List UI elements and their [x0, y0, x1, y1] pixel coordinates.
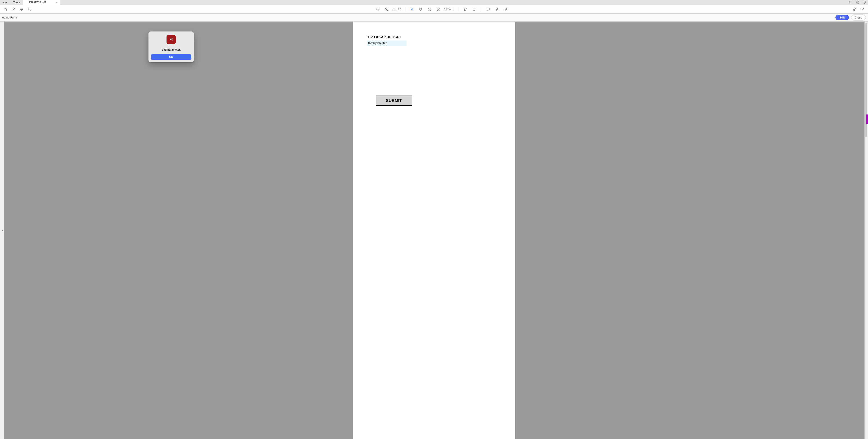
zoom-value: 100%: [444, 8, 451, 11]
expand-panel-icon[interactable]: ◂: [2, 229, 3, 232]
context-bar: epare Form Edit Close: [0, 13, 868, 22]
context-title: epare Form: [2, 16, 17, 19]
separator: [405, 7, 405, 12]
svg-point-6: [376, 8, 379, 11]
close-tab-icon[interactable]: ×: [56, 1, 58, 4]
svg-rect-0: [849, 1, 852, 3]
zoom-dropdown[interactable]: 100% ▼: [443, 8, 455, 11]
zoom-out-magnifier-icon[interactable]: [27, 7, 32, 12]
help-icon[interactable]: [856, 0, 860, 4]
svg-rect-3: [21, 8, 22, 9]
page-sep: /: [398, 8, 399, 11]
fit-page-icon[interactable]: [471, 7, 477, 12]
acrobat-app-icon: [166, 35, 176, 44]
submit-button[interactable]: SUBMIT: [376, 95, 412, 106]
sign-icon[interactable]: [503, 7, 508, 12]
bell-icon[interactable]: [863, 0, 867, 4]
svg-rect-11: [473, 8, 475, 10]
page-total: 1: [400, 8, 402, 11]
vertical-scrollbar[interactable]: [865, 22, 868, 439]
highlight-icon[interactable]: [495, 7, 500, 12]
edit-button[interactable]: Edit: [835, 15, 849, 20]
page-number-input[interactable]: [392, 7, 397, 11]
pdf-page: TESTIOGGSODIJGOI fhfghjghhjghjg SUBMIT: [353, 22, 515, 439]
chevron-down-icon: ▼: [452, 8, 454, 10]
email-icon[interactable]: [860, 7, 865, 12]
dialog-message: Bad parameter.: [162, 48, 181, 51]
toolbar-center: / 1 100% ▼: [374, 7, 510, 12]
select-arrow-icon[interactable]: [409, 7, 415, 12]
page-down-icon[interactable]: [384, 7, 389, 12]
tab-bar: me Tools DRAFT 4.pdf ×: [0, 0, 868, 5]
svg-rect-12: [487, 8, 490, 10]
svg-point-7: [385, 8, 388, 11]
star-icon[interactable]: [3, 7, 8, 12]
text-field[interactable]: fhfghjghhjghjg: [367, 40, 406, 46]
tab-document-label: DRAFT 4.pdf: [29, 1, 46, 4]
fit-width-icon[interactable]: [463, 7, 468, 12]
cloud-upload-icon[interactable]: [11, 7, 16, 12]
tab-document[interactable]: DRAFT 4.pdf ×: [23, 0, 60, 5]
close-button[interactable]: Close: [851, 14, 866, 21]
separator: [458, 7, 458, 12]
comment-icon[interactable]: [486, 7, 491, 12]
alert-dialog: Bad parameter. OK: [149, 31, 194, 62]
svg-rect-10: [465, 9, 466, 10]
app-topright-icons: [849, 0, 867, 5]
form-heading: TESTIOGGSODIJGOI: [367, 35, 401, 39]
page-up-icon[interactable]: [375, 7, 380, 12]
tab-tools[interactable]: Tools: [10, 0, 23, 5]
page-indicator: / 1: [392, 7, 402, 11]
left-gutter: ◂: [0, 22, 4, 439]
tab-home[interactable]: me: [0, 0, 10, 5]
alert-dialog-wrapper: Bad parameter. OK: [149, 31, 194, 63]
hand-pan-icon[interactable]: [418, 7, 424, 12]
main-toolbar: / 1 100% ▼: [0, 5, 868, 13]
zoom-out-icon[interactable]: [427, 7, 432, 12]
side-tab-handle[interactable]: [866, 115, 868, 124]
link-share-icon[interactable]: [852, 7, 857, 12]
zoom-in-icon[interactable]: [436, 7, 441, 12]
dialog-ok-button[interactable]: OK: [151, 54, 191, 60]
document-viewer: ◂ TESTIOGGSODIJGOI fhfghjghhjghjg SUBMIT: [0, 22, 868, 439]
svg-rect-13: [861, 8, 864, 10]
print-icon[interactable]: [19, 7, 24, 12]
chat-icon[interactable]: [849, 0, 852, 4]
